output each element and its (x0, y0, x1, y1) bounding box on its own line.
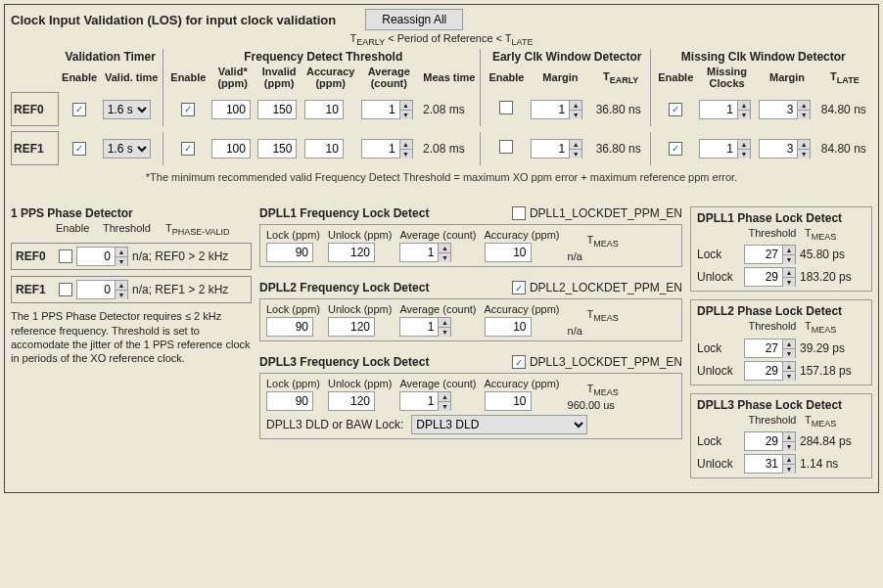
ref1-accuracy-ppm-input[interactable] (304, 139, 344, 158)
dpll2-unlock-ppm-input[interactable] (328, 317, 375, 337)
ref0-valid-ppm-input[interactable] (211, 100, 251, 119)
ref0-average-stepper[interactable]: ▲▼ (361, 100, 413, 119)
dpll1-unlock-ppm-input[interactable] (328, 243, 375, 262)
dpll2-tmeas: n/a (568, 325, 582, 337)
ref1-missing-enable-checkbox[interactable]: ✓ (669, 142, 682, 156)
ref0-missing-clocks-stepper[interactable]: ▲▼ (699, 100, 751, 119)
dpll3-lockdet-en-checkbox[interactable]: ✓ (512, 355, 526, 369)
row-ref1-label: REF1 (12, 132, 59, 165)
dpll3-baw-label: DPLL3 DLD or BAW Lock: (266, 418, 403, 431)
fdt-footnote: *The minimum recommended valid Frequency… (11, 171, 872, 183)
ref0-invalid-ppm-input[interactable] (257, 100, 297, 119)
early-late-relation: TEARLY < Period of Reference < TLATE (11, 32, 872, 47)
dpll1-pld-unlock-stepper[interactable]: ▲▼ (744, 267, 796, 287)
dpll2-lockdet-en-checkbox[interactable]: ✓ (512, 281, 526, 294)
dpll1-lock-ppm-input[interactable] (266, 243, 313, 262)
dpll2-pld-box: DPLL2 Phase Lock Detect ThresholdTMEAS L… (690, 299, 872, 384)
ref0-early-enable-checkbox[interactable] (499, 101, 513, 114)
ref1-fdt-enable-checkbox[interactable]: ✓ (181, 142, 195, 156)
dpll1-tmeas: n/a (568, 250, 582, 262)
pps-ref0-threshold-stepper[interactable]: ▲▼ (76, 247, 128, 266)
phase-lock-detect-column: DPLL1 Phase Lock Detect ThresholdTMEAS L… (690, 206, 872, 486)
group-validation-timer: Validation Timer (59, 49, 163, 65)
dpll3-fld-section: DPLL3 Frequency Lock Detect ✓DPLL3_LOCKD… (259, 355, 682, 439)
table-row: REF1 ✓ 1.6 s ✓ ▲▼ 2.08 ms ▲▼ 36.80 ns ✓ … (12, 132, 873, 165)
group-early: Early Clk Window Detector (485, 49, 650, 65)
dpll3-tmeas: 960.00 us (568, 399, 615, 411)
ref1-t-late: 84.80 ns (817, 132, 872, 165)
dpll1-avg-stepper[interactable]: ▲▼ (399, 243, 451, 262)
pps-ref1-threshold-stepper[interactable]: ▲▼ (76, 280, 128, 299)
table-row: REF0 ✓ 1.6 s ✓ ▲▼ 2.08 ms ▲▼ 36.80 ns ✓ … (12, 93, 873, 126)
dpll3-pld-box: DPLL3 Phase Lock Detect ThresholdTMEAS L… (690, 393, 872, 478)
dpll3-pld-lock-stepper[interactable]: ▲▼ (744, 431, 796, 451)
ref0-missing-margin-stepper[interactable]: ▲▼ (759, 100, 811, 119)
dpll2-avg-stepper[interactable]: ▲▼ (399, 317, 451, 337)
pps-note: The 1 PPS Phase Detector requires ≤ 2 kH… (11, 309, 252, 365)
pps-title: 1 PPS Phase Detector (11, 206, 252, 220)
dpll1-pld-lock-stepper[interactable]: ▲▼ (744, 245, 796, 264)
ref0-valid-time-select[interactable]: 1.6 s (103, 100, 151, 119)
pps-ref1-enable-checkbox[interactable] (59, 283, 72, 296)
dpll2-pld-lock-stepper[interactable]: ▲▼ (744, 339, 796, 358)
ref1-valid-time-select[interactable]: 1.6 s (103, 139, 151, 158)
dpll1-accuracy-input[interactable] (485, 243, 532, 262)
pps-ref0-row: REF0 ▲▼ n/a; REF0 > 2 kHz (11, 243, 252, 270)
ref0-fdt-enable-checkbox[interactable]: ✓ (181, 103, 195, 116)
t-late-header: TLATE (817, 65, 872, 90)
t-early-header: TEARLY (592, 65, 650, 90)
dpll1-lockdet-en-checkbox[interactable] (512, 206, 526, 220)
row-ref0-label: REF0 (12, 93, 59, 126)
ref1-early-enable-checkbox[interactable] (499, 140, 513, 154)
panel-title: Clock Input Validation (LOS) for input c… (11, 13, 336, 27)
clock-validation-table: Validation Timer Frequency Detect Thresh… (11, 49, 872, 165)
dpll3-pld-unlock-stepper[interactable]: ▲▼ (744, 454, 796, 474)
clock-validation-panel: Clock Input Validation (LOS) for input c… (4, 4, 879, 493)
dpll3-lock-ppm-input[interactable] (266, 391, 313, 411)
ref0-vt-enable-checkbox[interactable]: ✓ (72, 103, 86, 116)
dpll1-pld-box: DPLL1 Phase Lock Detect ThresholdTMEAS L… (690, 206, 872, 292)
dpll2-pld-unlock-stepper[interactable]: ▲▼ (744, 361, 796, 381)
dpll2-lock-ppm-input[interactable] (266, 317, 313, 337)
reassign-all-button[interactable]: Reassign All (365, 9, 463, 30)
ref1-early-margin-stepper[interactable]: ▲▼ (531, 139, 582, 158)
tphase-valid-label: TPHASE-VALID (165, 222, 230, 237)
ref0-t-late: 84.80 ns (817, 93, 872, 126)
dpll1-fld-section: DPLL1 Frequency Lock Detect DPLL1_LOCKDE… (259, 206, 682, 267)
ref1-missing-clocks-stepper[interactable]: ▲▼ (699, 139, 751, 158)
ref1-meas-time: 2.08 ms (419, 132, 480, 165)
dpll2-fld-section: DPLL2 Frequency Lock Detect ✓DPLL2_LOCKD… (259, 281, 682, 341)
ref0-accuracy-ppm-input[interactable] (304, 100, 344, 119)
freq-lock-detect-column: DPLL1 Frequency Lock Detect DPLL1_LOCKDE… (259, 206, 682, 486)
pps-ref0-enable-checkbox[interactable] (59, 249, 72, 263)
dpll3-accuracy-input[interactable] (485, 391, 532, 411)
ref1-valid-ppm-input[interactable] (211, 139, 251, 158)
ref1-t-early: 36.80 ns (592, 132, 650, 165)
pps-ref1-row: REF1 ▲▼ n/a; REF1 > 2 kHz (11, 276, 252, 303)
ref1-average-stepper[interactable]: ▲▼ (361, 139, 413, 158)
ref0-missing-enable-checkbox[interactable]: ✓ (669, 103, 682, 116)
dpll2-accuracy-input[interactable] (485, 317, 532, 337)
ref1-invalid-ppm-input[interactable] (257, 139, 297, 158)
ref0-early-margin-stepper[interactable]: ▲▼ (531, 100, 582, 119)
ref1-vt-enable-checkbox[interactable]: ✓ (72, 142, 86, 156)
group-missing: Missing Clk Window Detector (655, 49, 872, 65)
pps-phase-detector: 1 PPS Phase Detector Enable Threshold TP… (11, 206, 252, 486)
dpll3-avg-stepper[interactable]: ▲▼ (399, 391, 451, 411)
ref0-t-early: 36.80 ns (592, 93, 650, 126)
dpll3-baw-select[interactable]: DPLL3 DLD (411, 415, 587, 434)
ref1-missing-margin-stepper[interactable]: ▲▼ (759, 139, 811, 158)
ref0-meas-time: 2.08 ms (419, 93, 480, 126)
dpll3-unlock-ppm-input[interactable] (328, 391, 375, 411)
group-fdt: Frequency Detect Threshold (167, 49, 481, 65)
